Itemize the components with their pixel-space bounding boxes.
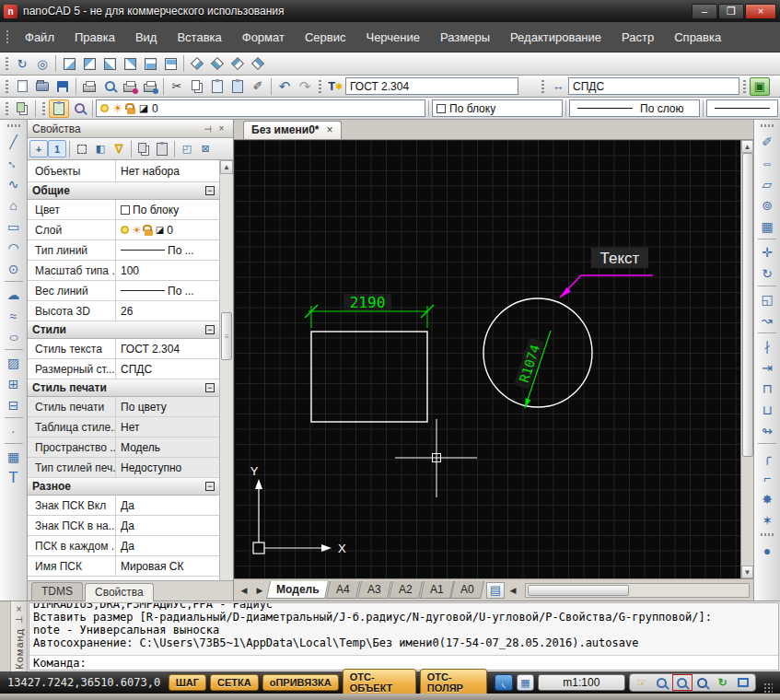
layout-list-icon[interactable]: ▤: [486, 582, 505, 599]
view-front-icon[interactable]: [140, 54, 160, 73]
scale-selector[interactable]: m1:100: [538, 674, 624, 691]
doc-tab-close-icon[interactable]: ×: [327, 123, 333, 136]
toolbar-grip[interactable]: [760, 532, 774, 537]
layer-freeze-icon[interactable]: ☀: [112, 101, 123, 115]
property-row[interactable]: ПСК в каждом ... Да: [28, 536, 219, 556]
chamfer-icon[interactable]: ⌐: [756, 467, 778, 488]
linear-dimension[interactable]: 2190: [305, 294, 434, 328]
zoom-icon[interactable]: [653, 675, 671, 690]
save-icon[interactable]: [52, 77, 73, 96]
continuous-orbit-icon[interactable]: ◎: [32, 54, 52, 73]
dim-style-icon[interactable]: ↔: [548, 77, 568, 96]
model-canvas[interactable]: 2190 R1074: [234, 140, 740, 578]
rectangle-icon[interactable]: ▭: [3, 216, 25, 237]
layer-combo[interactable]: ☀ ◪ 0: [96, 99, 425, 117]
array-icon[interactable]: ▦: [756, 216, 778, 237]
layer-states-icon[interactable]: [69, 99, 89, 118]
toolbar-grip[interactable]: [742, 79, 747, 94]
undo-icon[interactable]: ↶: [274, 77, 295, 96]
close-button[interactable]: ×: [745, 4, 776, 19]
layout-tab-model[interactable]: Модель: [266, 581, 330, 599]
toolbar-grip[interactable]: [5, 79, 9, 94]
menu-insert[interactable]: Вставка: [167, 26, 231, 49]
property-row[interactable]: Стиль текста ГОСТ 2.304: [28, 339, 219, 359]
doc-tab[interactable]: Без имени0* ×: [243, 121, 342, 139]
match-properties-icon[interactable]: [227, 77, 248, 96]
radius-dimension[interactable]: R1074: [514, 331, 551, 408]
scroll-up-icon[interactable]: ▲: [220, 160, 233, 174]
section-plot-style[interactable]: Стиль печати −: [28, 379, 219, 397]
menu-dimensions[interactable]: Размеры: [430, 26, 500, 49]
leader-annotation[interactable]: Текст: [560, 248, 653, 298]
collapse-icon[interactable]: −: [205, 482, 215, 491]
menu-raster[interactable]: Растр: [611, 26, 664, 49]
tab-properties[interactable]: Свойства: [85, 583, 154, 601]
explode-icon[interactable]: ✸: [756, 488, 778, 509]
property-row[interactable]: Знак ПСК Вкл Да: [28, 496, 219, 516]
layout-tab-a1[interactable]: А1: [420, 581, 454, 599]
trim-icon[interactable]: ∤: [756, 335, 778, 356]
iso-sw-icon[interactable]: [187, 54, 207, 73]
layout-tab-a3[interactable]: А3: [357, 581, 391, 599]
menu-help[interactable]: Справка: [664, 26, 731, 49]
pin-icon[interactable]: ⊤: [202, 122, 215, 135]
add-selection-icon[interactable]: +: [29, 140, 48, 158]
menu-format[interactable]: Формат: [232, 26, 295, 49]
minimize-button[interactable]: –: [692, 4, 717, 19]
otrack-object-toggle[interactable]: ОТС-ОБЪЕКТ: [343, 669, 416, 696]
polyline-open-icon[interactable]: ⊔: [756, 399, 778, 420]
paste-properties-icon[interactable]: [153, 140, 171, 158]
property-row[interactable]: Тип линий По ...: [28, 240, 219, 261]
open-file-icon[interactable]: [32, 77, 52, 96]
regen-icon[interactable]: ↻: [714, 675, 732, 690]
toolbar-grip[interactable]: [760, 123, 774, 128]
property-row[interactable]: Знак ПСК в на... Да: [28, 516, 219, 536]
property-row[interactable]: Цвет По блоку: [28, 200, 219, 220]
color-combo[interactable]: По блоку: [432, 99, 563, 117]
new-file-icon[interactable]: [12, 77, 32, 96]
iso-se-icon[interactable]: [207, 54, 227, 73]
text-style-icon[interactable]: T✱: [325, 77, 345, 96]
scroll-down-icon[interactable]: ▼: [741, 566, 753, 578]
print-preview-icon[interactable]: [99, 77, 120, 96]
command-input[interactable]: Команда:: [29, 655, 778, 670]
menu-edit[interactable]: Правка: [64, 26, 125, 49]
ellipse-icon[interactable]: ○: [0, 326, 29, 347]
view-bottom-icon[interactable]: [79, 54, 99, 73]
raster-tools-icon[interactable]: [12, 99, 32, 118]
brand-icon[interactable]: ▣: [750, 77, 770, 96]
edit-polyline-icon[interactable]: ↬: [756, 420, 778, 441]
rotate-icon[interactable]: ↻: [756, 262, 778, 284]
iso-ne-icon[interactable]: [227, 54, 248, 73]
mirror-icon[interactable]: ⇔: [756, 152, 778, 173]
scroll-thumb[interactable]: [528, 585, 629, 596]
cut-icon[interactable]: ✂: [167, 77, 187, 96]
menu-file[interactable]: Файл: [15, 26, 64, 49]
layout-tab-a2[interactable]: А2: [389, 581, 423, 599]
section-misc[interactable]: Разное −: [28, 478, 219, 496]
lineweight-combo[interactable]: [706, 99, 778, 117]
grid-display-icon[interactable]: ▦: [517, 674, 534, 691]
layout-next-icon[interactable]: ▶: [252, 582, 267, 599]
view-back-icon[interactable]: [160, 54, 180, 73]
snap-toggle[interactable]: ШАГ: [169, 674, 206, 691]
toolbar-grip[interactable]: [318, 79, 322, 94]
toolbar-grip[interactable]: [5, 56, 9, 71]
linetype-combo[interactable]: По слою: [569, 99, 700, 117]
format-brush-icon[interactable]: ✐: [248, 77, 268, 96]
selector-row[interactable]: Объекты Нет набора: [28, 160, 219, 182]
polygon-icon[interactable]: ⌂: [3, 194, 25, 216]
menu-grip[interactable]: [6, 29, 9, 44]
command-window[interactable]: DIMRADIUS,DRA,РЗМРАДИУС,РРА - Радиус Вст…: [29, 602, 779, 671]
iso-nw-icon[interactable]: [248, 54, 268, 73]
redo-icon[interactable]: ↷: [295, 77, 315, 96]
zoom-extents-icon[interactable]: [734, 675, 752, 690]
resize-grip[interactable]: [763, 682, 773, 694]
plot-icon[interactable]: [140, 77, 160, 96]
deselect-icon[interactable]: ⊠: [196, 140, 215, 158]
toolbar-grip[interactable]: [41, 101, 46, 116]
view-left-icon[interactable]: [99, 54, 120, 73]
spline-icon[interactable]: ≈: [3, 305, 25, 326]
property-row[interactable]: Имя ПСК Мировая СК: [28, 556, 219, 577]
erase-icon[interactable]: ✐: [756, 131, 778, 152]
